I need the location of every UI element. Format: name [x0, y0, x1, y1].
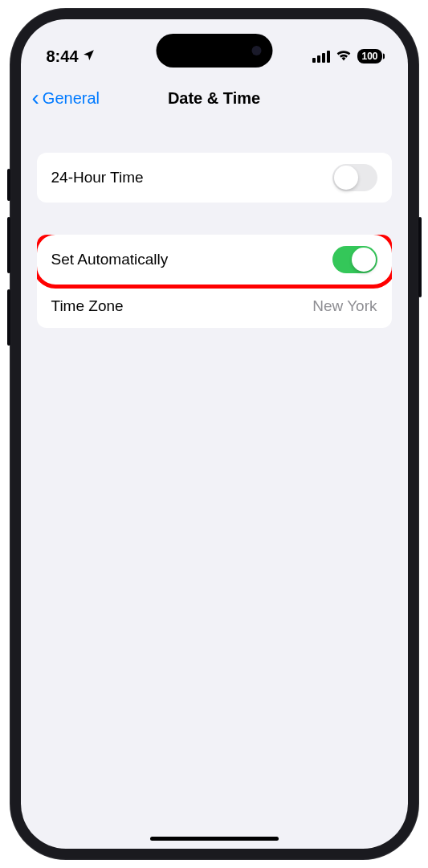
wifi-icon: [336, 48, 352, 64]
settings-group-1: 24-Hour Time: [37, 153, 392, 203]
setting-24-hour-time[interactable]: 24-Hour Time: [37, 153, 392, 203]
setting-set-automatically[interactable]: Set Automatically: [37, 235, 392, 289]
setting-label: Set Automatically: [51, 251, 169, 268]
dynamic-island: [156, 34, 272, 68]
location-icon: [82, 47, 96, 66]
battery-level: 100: [361, 51, 377, 62]
toggle-24-hour-time[interactable]: [332, 164, 377, 191]
status-time: 8:44: [47, 47, 96, 66]
status-indicators: 100: [312, 48, 381, 64]
setting-label: Time Zone: [51, 297, 124, 315]
page-title: Date & Time: [168, 89, 260, 108]
clock-time: 8:44: [47, 47, 79, 66]
setting-time-zone[interactable]: Time Zone New York: [37, 285, 392, 328]
phone-frame: 8:44 100: [10, 8, 419, 860]
back-button[interactable]: ‹ General: [32, 87, 100, 109]
screen: 8:44 100: [21, 19, 408, 849]
nav-bar: ‹ General Date & Time: [21, 76, 408, 121]
toggle-set-automatically[interactable]: [332, 246, 377, 273]
time-zone-value: New York: [312, 297, 377, 315]
home-indicator[interactable]: [150, 837, 279, 841]
settings-group-2: Set Automatically Time Zone New York: [37, 235, 392, 328]
chevron-left-icon: ‹: [32, 87, 39, 109]
cellular-signal-icon: [312, 51, 330, 63]
battery-icon: 100: [357, 49, 381, 63]
content: 24-Hour Time Set Automatically Time Zone…: [21, 121, 408, 328]
back-label: General: [43, 89, 100, 108]
setting-label: 24-Hour Time: [51, 169, 144, 186]
